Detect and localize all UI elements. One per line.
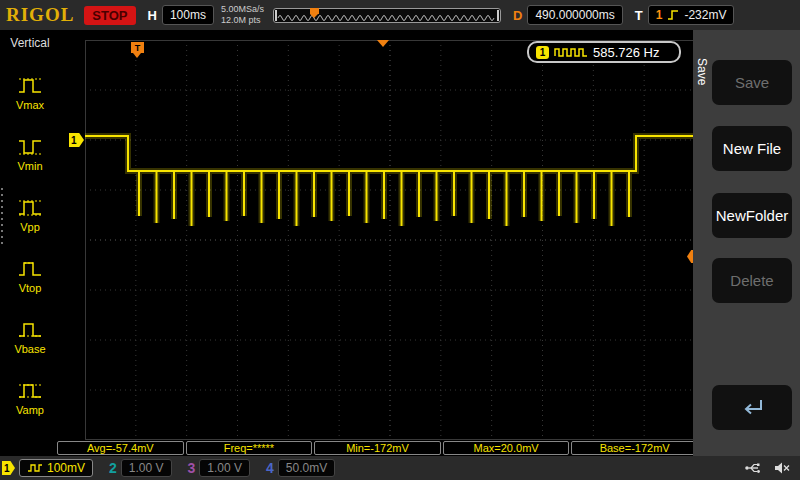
new-file-button[interactable]: New File xyxy=(712,126,792,171)
sidebar-item-vpp[interactable]: Vpp xyxy=(0,196,60,233)
vmax-icon xyxy=(17,74,43,98)
timebase-readout: 100ms xyxy=(162,5,214,25)
sample-rate: 5.00MSa/s xyxy=(221,4,264,15)
sidebar-item-vamp[interactable]: Vamp xyxy=(0,379,60,416)
measurement-freq: Freq=***** xyxy=(186,441,313,455)
channel1-trace xyxy=(85,40,695,440)
sidebar-item-label: Vpp xyxy=(20,221,40,233)
sidebar-item-vmax[interactable]: Vmax xyxy=(0,74,60,111)
trigger-level-value: -232mV xyxy=(684,8,726,22)
horizontal-label: H xyxy=(148,8,157,23)
trigger-position-flag: T xyxy=(131,42,144,53)
frequency-counter: 1 585.726 Hz xyxy=(527,41,681,63)
sidebar-item-label: Vmax xyxy=(16,99,44,111)
waveform-display xyxy=(85,40,695,440)
channel4-number[interactable]: 4 xyxy=(266,460,274,476)
measurement-results-bar: Avg=-57.4mV Freq=***** Min=-172mV Max=20… xyxy=(57,441,698,455)
delay-readout: 490.000000ms xyxy=(527,5,622,25)
channel1-offset-marker: 1 xyxy=(69,133,84,147)
channel1-coupling-icon xyxy=(27,463,43,473)
trigger-source-channel: 1 xyxy=(656,8,663,22)
channel-status-bar: 1 100mV 2 1.00 V 3 1.00 V 4 50.0mV xyxy=(0,456,800,480)
vertical-measure-sidebar: Vertical Vmax Vmin Vpp Vtop Vbase Vamp xyxy=(0,30,60,456)
channel2-scale: 1.00 V xyxy=(129,461,164,475)
save-button[interactable]: Save xyxy=(712,60,792,105)
memory-depth: 12.0M pts xyxy=(221,15,264,26)
channel4-status[interactable]: 50.0mV xyxy=(278,459,335,477)
channel2-number[interactable]: 2 xyxy=(109,460,117,476)
rigol-logo: RIGOL xyxy=(6,4,74,26)
usb-icon xyxy=(744,461,762,475)
channel3-number[interactable]: 3 xyxy=(188,460,196,476)
vmin-icon xyxy=(17,135,43,159)
pulse-train-icon xyxy=(554,46,588,58)
menu-tab-save: Save xyxy=(695,58,709,85)
return-arrow-icon xyxy=(737,397,767,419)
trigger-label: T xyxy=(635,8,643,23)
channel3-scale: 1.00 V xyxy=(207,461,242,475)
memory-trigger-marker xyxy=(310,8,319,14)
sidebar-scroll-indicator xyxy=(1,188,3,244)
sidebar-item-vbase[interactable]: Vbase xyxy=(0,318,60,355)
rising-edge-icon xyxy=(667,9,679,21)
measurement-min: Min=-172mV xyxy=(314,441,441,455)
acquisition-info: 5.00MSa/s 12.0M pts xyxy=(221,4,264,27)
vbase-icon xyxy=(17,318,43,342)
save-menu-panel: Save Save New File NewFolder Delete xyxy=(693,30,800,456)
delete-button[interactable]: Delete xyxy=(712,258,792,303)
run-state-badge: STOP xyxy=(84,6,135,25)
channel1-scale: 100mV xyxy=(47,461,85,475)
channel3-status[interactable]: 1.00 V xyxy=(199,459,250,477)
sidebar-item-label: Vbase xyxy=(14,343,45,355)
freq-counter-channel-badge: 1 xyxy=(536,46,549,59)
channel4-scale: 50.0mV xyxy=(286,461,327,475)
sidebar-item-label: Vmin xyxy=(17,160,42,172)
system-icons xyxy=(744,461,790,475)
delay-label: D xyxy=(513,8,522,23)
horizontal-center-marker xyxy=(377,40,389,47)
new-folder-button[interactable]: NewFolder xyxy=(712,193,792,238)
channel1-status[interactable]: 100mV xyxy=(19,459,93,477)
sidebar-item-vtop[interactable]: Vtop xyxy=(0,257,60,294)
vtop-icon xyxy=(17,257,43,281)
channel1-tab: 1 xyxy=(2,461,15,475)
trigger-readout: 1 -232mV xyxy=(648,5,735,25)
sidebar-item-label: Vtop xyxy=(19,282,42,294)
memory-position-bar xyxy=(273,8,501,23)
back-button[interactable] xyxy=(712,385,792,430)
measurement-base: Base=-172mV xyxy=(571,441,698,455)
sidebar-item-label: Vamp xyxy=(16,404,44,416)
channel2-status[interactable]: 1.00 V xyxy=(121,459,172,477)
measurement-avg: Avg=-57.4mV xyxy=(57,441,184,455)
speaker-mute-icon xyxy=(774,461,790,475)
top-status-bar: RIGOL STOP H 100ms 5.00MSa/s 12.0M pts D… xyxy=(0,0,800,30)
frequency-value: 585.726 Hz xyxy=(593,45,660,60)
vpp-icon xyxy=(17,196,43,220)
sidebar-item-vmin[interactable]: Vmin xyxy=(0,135,60,172)
measurement-max: Max=20.0mV xyxy=(443,441,570,455)
graticule xyxy=(85,40,695,440)
sidebar-title: Vertical xyxy=(0,36,60,50)
vamp-icon xyxy=(17,379,43,403)
